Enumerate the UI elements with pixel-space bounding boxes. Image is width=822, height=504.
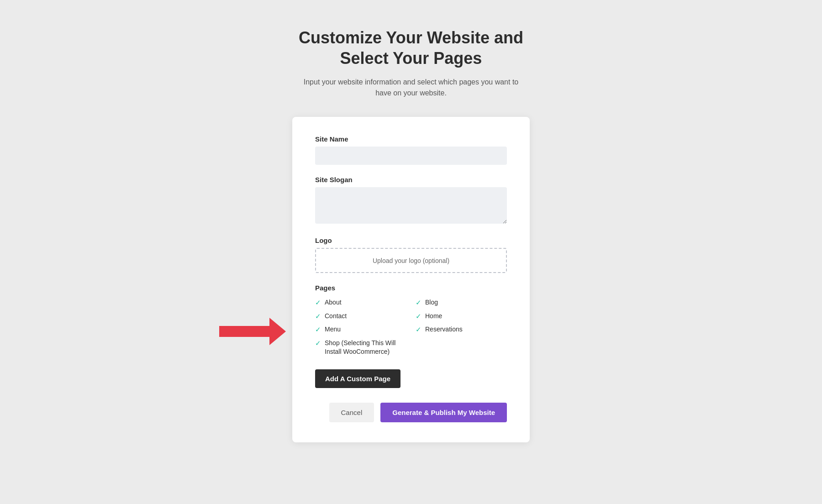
form-card: Site Name Site Slogan Logo Upload your l…: [292, 117, 530, 442]
check-icon-menu: ✓: [315, 326, 321, 334]
page-item-blog[interactable]: ✓ Blog: [416, 298, 507, 307]
page-subheading: Input your website information and selec…: [297, 77, 525, 99]
check-icon-blog: ✓: [416, 299, 422, 307]
site-name-label: Site Name: [315, 135, 507, 143]
check-icon-shop: ✓: [315, 339, 321, 347]
logo-upload-area[interactable]: Upload your logo (optional): [315, 248, 507, 273]
site-name-field-group: Site Name: [315, 135, 507, 165]
cancel-button[interactable]: Cancel: [329, 403, 374, 422]
page-label-blog: Blog: [425, 298, 438, 307]
arrow-body: [219, 326, 269, 337]
page-label-contact: Contact: [325, 312, 347, 321]
site-slogan-label: Site Slogan: [315, 176, 507, 184]
site-slogan-input[interactable]: [315, 187, 507, 224]
publish-button[interactable]: Generate & Publish My Website: [380, 403, 507, 422]
page-label-home: Home: [425, 312, 442, 321]
check-icon-about: ✓: [315, 299, 321, 307]
page-label-about: About: [325, 298, 342, 307]
site-slogan-field-group: Site Slogan: [315, 176, 507, 226]
page-title: Customize Your Website and Select Your P…: [299, 27, 523, 68]
page-item-shop[interactable]: ✓ Shop (Selecting This Will Install WooC…: [315, 339, 406, 357]
check-icon-reservations: ✓: [416, 326, 422, 334]
page-item-about[interactable]: ✓ About: [315, 298, 406, 307]
check-icon-contact: ✓: [315, 312, 321, 320]
check-icon-home: ✓: [416, 312, 422, 320]
arrow-head: [269, 318, 286, 345]
logo-label: Logo: [315, 236, 507, 244]
pages-grid: ✓ About ✓ Blog ✓ Contact ✓ Home: [315, 298, 507, 357]
logo-field-group: Logo Upload your logo (optional): [315, 236, 507, 273]
site-name-input[interactable]: [315, 147, 507, 165]
page-item-menu[interactable]: ✓ Menu: [315, 325, 406, 334]
page-item-reservations[interactable]: ✓ Reservations: [416, 325, 507, 334]
annotation-arrow: [219, 318, 286, 345]
page-label-reservations: Reservations: [425, 325, 463, 334]
add-custom-page-button[interactable]: Add A Custom Page: [315, 369, 400, 388]
pages-label: Pages: [315, 284, 507, 292]
pages-section: Pages ✓ About ✓ Blog ✓ Contact: [315, 284, 507, 357]
logo-upload-text: Upload your logo (optional): [373, 257, 449, 264]
page-item-contact[interactable]: ✓ Contact: [315, 312, 406, 321]
page-label-shop: Shop (Selecting This Will Install WooCom…: [325, 339, 406, 357]
page-wrapper: Customize Your Website and Select Your P…: [206, 27, 616, 442]
form-actions: Cancel Generate & Publish My Website: [315, 403, 507, 422]
page-item-home[interactable]: ✓ Home: [416, 312, 507, 321]
page-label-menu: Menu: [325, 325, 341, 334]
